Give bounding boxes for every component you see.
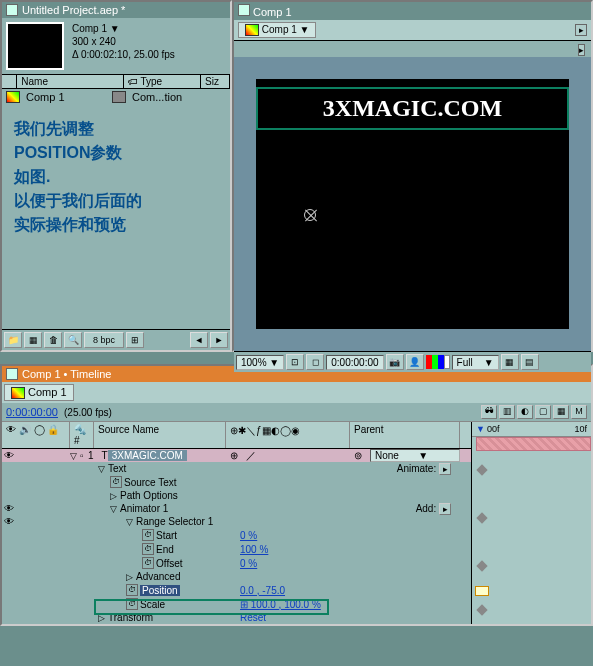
scroll-left-btn[interactable]: ◄ (190, 332, 208, 348)
scale-prop[interactable]: ⏱Scale ⊞ 100.0 , 100.0 % (2, 597, 471, 611)
project-column-headers: Name 🏷Type Siz (2, 74, 230, 89)
snapshot-btn[interactable]: 📷 (386, 354, 404, 370)
resolution-dropdown[interactable]: Full ▼ (452, 355, 499, 370)
parent-dropdown[interactable]: None ▼ (370, 449, 460, 462)
viewer-panel: Comp 1 Comp 1 ▼ ▸ ▸ 3XMAGIC.COM 100% ▼ ⊡… (232, 0, 593, 352)
keyframe-icon[interactable] (476, 464, 487, 475)
scroll-right-btn[interactable]: ► (210, 332, 228, 348)
anchor-point-icon[interactable] (304, 209, 316, 221)
mask-btn[interactable]: ◻ (306, 354, 324, 370)
bpc-btn[interactable]: 8 bpc (84, 332, 124, 348)
motion-blur-btn[interactable]: ◐ (517, 405, 533, 419)
layer-disclosure[interactable]: ▽ (70, 451, 80, 461)
composition-view[interactable]: 3XMAGIC.COM (256, 79, 569, 329)
frame-blend-btn[interactable]: ▥ (499, 405, 515, 419)
col-size[interactable]: Siz (201, 75, 230, 88)
show-snapshot-btn[interactable]: 👤 (406, 354, 424, 370)
advanced-group[interactable]: ▷Advanced (2, 570, 471, 583)
shy-btn[interactable]: 🕶 (481, 405, 497, 419)
type-icon (112, 91, 126, 103)
comp-dimensions: 300 x 240 (72, 35, 175, 48)
keyframe-icon[interactable] (476, 560, 487, 571)
timeline-fps: (25.00 fps) (64, 407, 112, 418)
viewer-canvas[interactable]: 3XMAGIC.COM (234, 57, 591, 351)
layer-row[interactable]: 👁 ▽ ▫ 1 T 3XMAGIC.COM ⊕ ／ ⊚ None ▼ (2, 449, 471, 462)
viewer-icon (238, 4, 250, 16)
source-name-header[interactable]: Source Name (94, 422, 226, 448)
timeline-left-pane: 👁 🔊 ◯ 🔒 🔩 # Source Name ⊕✱＼ƒ▦◐◯◉ Parent … (2, 422, 472, 624)
viewer-title-bar[interactable]: Comp 1 (234, 2, 591, 20)
keyframe-selected-icon[interactable] (475, 586, 489, 596)
start-value[interactable]: 0 % (240, 530, 257, 541)
viewer-tab[interactable]: Comp 1 ▼ (238, 22, 316, 38)
col-type[interactable]: 🏷Type (124, 75, 201, 88)
col-name[interactable]: Name (17, 75, 124, 88)
current-time[interactable]: 0:00:00:00 (326, 355, 383, 370)
viewer-toolbar: 100% ▼ ⊡ ◻ 0:00:00:00 📷 👤 Full ▼ ▦ ▤ (234, 351, 591, 372)
tree-btn[interactable]: ⊞ (126, 332, 144, 348)
scale-value[interactable]: ⊞ 100.0 , 100.0 % (240, 599, 321, 610)
transform-group[interactable]: ▷Transform Reset (2, 611, 471, 624)
comp-thumbnail[interactable] (6, 22, 64, 70)
selector-visibility[interactable]: 👁 (2, 516, 16, 527)
item-type: Com...tion (132, 91, 182, 103)
new-comp-btn[interactable]: ▦ (24, 332, 42, 348)
animate-label: Animate: ▸ (397, 463, 451, 475)
draft-btn[interactable]: ▢ (535, 405, 551, 419)
time-ruler[interactable]: ▼ 00f 10f (472, 422, 591, 437)
animate-menu-btn[interactable]: ▸ (439, 463, 451, 475)
end-prop[interactable]: ⏱End 100 % (2, 542, 471, 556)
text-layer[interactable]: 3XMAGIC.COM (256, 87, 569, 130)
wireframe-btn[interactable]: ▦ (553, 405, 569, 419)
position-value[interactable]: 0.0 , -75.0 (240, 585, 285, 596)
timeline-icon (6, 368, 18, 380)
timeline-tab[interactable]: Comp 1 (4, 384, 74, 401)
offset-prop[interactable]: ⏱Offset 0 % (2, 556, 471, 570)
range-selector-group[interactable]: 👁 ▽Range Selector 1 (2, 515, 471, 528)
end-value[interactable]: 100 % (240, 544, 268, 555)
quality-btn[interactable]: M (571, 405, 587, 419)
item-name: Comp 1 (26, 91, 106, 103)
project-title-bar[interactable]: Untitled Project.aep * (2, 2, 230, 18)
animator-visibility[interactable]: 👁 (2, 503, 16, 514)
search-btn[interactable]: 🔍 (64, 332, 82, 348)
start-prop[interactable]: ⏱Start 0 % (2, 528, 471, 542)
safe-zones-btn[interactable]: ⊡ (286, 354, 304, 370)
channel-buttons[interactable] (426, 355, 450, 369)
stopwatch-icon[interactable]: ⏱ (110, 476, 122, 488)
keyframe-icon[interactable] (476, 512, 487, 523)
timeline-right-pane[interactable]: ▼ 00f 10f (472, 422, 591, 624)
tag-icon: 🏷 (128, 76, 138, 87)
trash-btn[interactable]: 🗑 (44, 332, 62, 348)
comp-duration: Δ 0:00:02:10, 25.00 fps (72, 48, 175, 61)
add-menu-btn[interactable]: ▸ (439, 503, 451, 515)
zoom-dropdown[interactable]: 100% ▼ (236, 355, 284, 370)
project-item-row[interactable]: Comp 1 Com...tion (2, 89, 230, 105)
grid-btn[interactable]: ▤ (521, 354, 539, 370)
parent-header[interactable]: Parent (350, 422, 460, 448)
comp-icon (6, 91, 20, 103)
project-icon (6, 4, 18, 16)
folder-btn[interactable]: 📁 (4, 332, 22, 348)
animator-group[interactable]: 👁 ▽Animator 1 Add: ▸ (2, 502, 471, 515)
project-panel: Untitled Project.aep * Comp 1 ▼ 300 x 24… (0, 0, 232, 352)
reset-link[interactable]: Reset (240, 612, 266, 623)
visibility-toggle[interactable]: 👁 (2, 450, 16, 461)
path-options-group[interactable]: ▷Path Options (2, 489, 471, 502)
source-text-prop[interactable]: ⏱Source Text (2, 475, 471, 489)
roi-btn[interactable]: ▦ (501, 354, 519, 370)
parent-pickwhip[interactable]: ⊚ (354, 450, 362, 461)
keyframe-icon[interactable] (476, 604, 487, 615)
expand-btn[interactable]: ▸ (575, 24, 587, 36)
offset-value[interactable]: 0 % (240, 558, 257, 569)
text-group[interactable]: ▽Text Animate: ▸ (2, 462, 471, 475)
layer-duration-bar[interactable] (476, 437, 591, 451)
layer-name[interactable]: 3XMAGIC.COM (108, 450, 187, 461)
timeline-panel: Comp 1 • Timeline Comp 1 0:00:00:00 (25.… (0, 364, 593, 626)
timeline-timecode[interactable]: 0:00:00:00 (6, 406, 58, 418)
layer-index: 1 (88, 450, 94, 461)
comp-name: Comp 1 ▼ (72, 22, 175, 35)
panel-menu-btn[interactable]: ▸ (578, 44, 585, 56)
annotation-overlay: 我们先调整 POSITION参数 如图. 以便于我们后面的 实际操作和预览 (2, 105, 230, 249)
position-prop[interactable]: ⏱Position 0.0 , -75.0 (2, 583, 471, 597)
